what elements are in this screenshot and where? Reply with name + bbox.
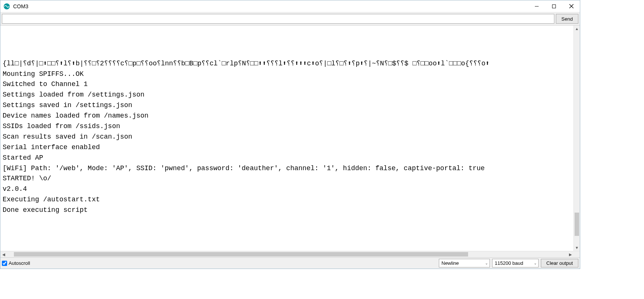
window-controls [528,0,580,12]
scroll-left-icon[interactable]: ◀ [0,251,7,257]
vertical-scrollbar[interactable]: ▲ ▼ [573,26,580,251]
arduino-icon [3,3,10,10]
line-ending-select[interactable]: Newline ⌄ [439,259,490,267]
send-button[interactable]: Send [556,14,578,24]
scroll-up-icon[interactable]: ▲ [574,26,580,32]
send-row: Send [0,12,580,26]
bottom-bar: Autoscroll Newline ⌄ 115200 baud ⌄ Clear… [0,257,580,269]
serial-input[interactable] [2,14,554,24]
window-title: COM3 [13,3,528,9]
clear-output-button[interactable]: Clear output [541,259,578,267]
scroll-thumb-vertical[interactable] [575,213,579,236]
titlebar: COM3 [0,0,580,12]
scroll-track-horizontal[interactable] [7,251,567,257]
chevron-down-icon: ⌄ [485,261,488,265]
close-button[interactable] [563,0,580,12]
scroll-track-vertical[interactable] [574,32,580,245]
autoscroll-group[interactable]: Autoscroll [2,260,437,266]
scroll-thumb-horizontal[interactable] [14,252,468,257]
autoscroll-checkbox[interactable] [2,261,7,266]
horizontal-scrollbar[interactable]: ◀ ▶ [0,251,580,257]
scroll-right-icon[interactable]: ▶ [567,251,573,257]
maximize-button[interactable] [545,0,563,12]
scroll-down-icon[interactable]: ▼ [574,245,580,251]
autoscroll-label: Autoscroll [9,260,30,266]
baud-rate-select[interactable]: 115200 baud ⌄ [492,259,539,267]
minimize-button[interactable] [528,0,545,12]
line-ending-value: Newline [441,260,459,266]
scrollbar-corner [573,251,580,257]
baud-rate-value: 115200 baud [495,260,523,266]
output-area: {ll□|⸮d⸮|□⬆□□⸮⬆l⸮⬆b|⸮⸮□⸮2⸮⸮⸮⸮c⸮□p□⸮⸮oo⸮l… [0,26,580,251]
svg-rect-2 [552,5,556,8]
chevron-down-icon: ⌄ [534,261,537,265]
serial-output: {ll□|⸮d⸮|□⬆□□⸮⬆l⸮⬆b|⸮⸮□⸮2⸮⸮⸮⸮c⸮□p□⸮⸮oo⸮l… [0,26,573,251]
